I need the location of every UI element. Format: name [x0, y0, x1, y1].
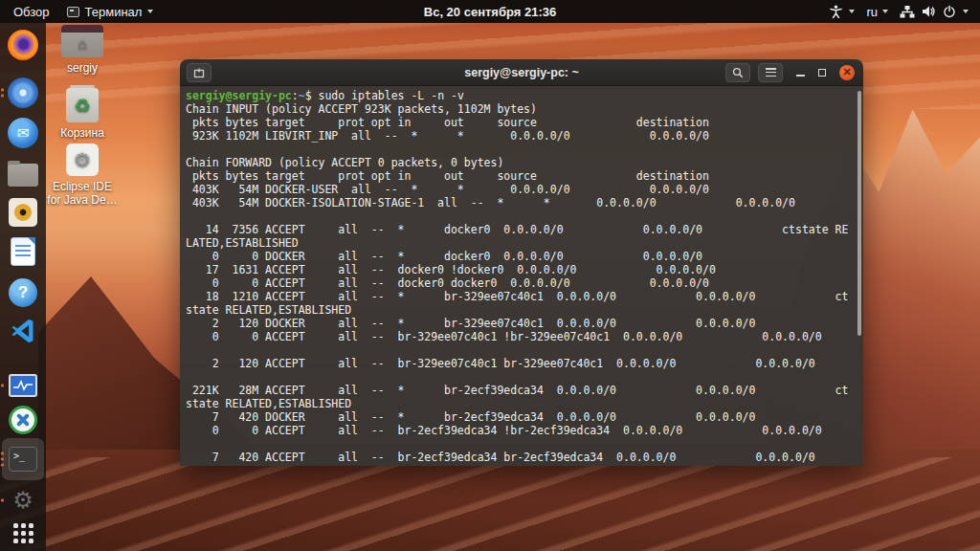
terminal-line — [186, 437, 856, 451]
gear-icon: ⚙ — [12, 489, 33, 512]
terminal-line: 923K 1102M LIBVIRT_INP all -- * * 0.0.0.… — [186, 129, 856, 143]
prompt-separator: : — [292, 89, 299, 102]
minimize-button[interactable] — [796, 75, 805, 77]
thunderbird-icon: ✉ — [8, 118, 38, 148]
remote-viewer-icon — [9, 406, 37, 434]
dock-item-terminal[interactable]: >_ — [7, 443, 39, 475]
show-applications-button[interactable] — [7, 517, 39, 549]
trash-icon: ♻ — [66, 88, 99, 122]
terminal-line: 221K 28M ACCEPT all -- * br-2ecf39edca34… — [186, 384, 856, 397]
terminal-content[interactable]: sergiy@sergiy-pc:~$ sudo iptables -L -n … — [180, 86, 863, 466]
terminal-line: 14 7356 ACCEPT all -- * docker0 0.0.0.0/… — [186, 223, 856, 236]
running-indicator — [1, 89, 4, 98]
desktop-icon-eclipse[interactable]: ⚙ Eclipse IDE for Java De… — [46, 143, 119, 207]
app-menu-label: Терминал — [85, 5, 143, 19]
terminal-line: state RELATED,ESTABLISHED — [186, 303, 856, 317]
terminal-line: Chain INPUT (policy ACCEPT 923K packets,… — [186, 102, 856, 116]
desktop-icon-trash[interactable]: ♻ Корзина — [46, 88, 119, 140]
dock-item-vscode[interactable] — [7, 315, 39, 347]
terminal-line: LATED,ESTABLISHED — [186, 236, 856, 250]
terminal-line: 0 0 ACCEPT all -- br-2ecf39edca34 !br-2e… — [186, 424, 856, 437]
terminal-line: 18 1210 ACCEPT all -- * br-329ee07c40c1 … — [186, 290, 856, 303]
dock-item-chromium[interactable] — [7, 77, 39, 109]
envelope-icon: ✉ — [17, 124, 30, 142]
close-button[interactable]: ✕ — [839, 65, 855, 80]
running-indicator — [1, 499, 4, 502]
terminal-line — [186, 209, 856, 223]
app-menu-button[interactable]: Терминал — [67, 5, 154, 19]
rhythmbox-icon — [9, 198, 37, 227]
activities-button[interactable]: Обзор — [10, 5, 54, 19]
search-icon — [732, 67, 744, 78]
close-icon: ✕ — [842, 67, 851, 77]
eclipse-label-2: for Java De… — [46, 193, 119, 207]
eclipse-label-1: Eclipse IDE — [46, 180, 119, 193]
accessibility-menu[interactable] — [830, 5, 855, 18]
terminal-window: sergiy@sergiy-pc: ~ ✕ sergiy@sergiy-pc:~… — [180, 59, 863, 466]
network-icon — [900, 5, 915, 18]
maximize-button[interactable] — [818, 69, 826, 77]
terminal-line: 0 0 DOCKER all -- * docker0 0.0.0.0/0 0.… — [186, 250, 856, 263]
new-tab-icon — [193, 67, 206, 78]
search-button[interactable] — [725, 63, 750, 82]
keyboard-layout-label: ru — [866, 5, 878, 19]
chromium-icon — [8, 77, 38, 108]
home-icon: ⌂ — [61, 36, 103, 51]
terminal-line — [186, 343, 856, 357]
terminal-icon: >_ — [9, 447, 37, 472]
terminal-line: pkts bytes target prot opt in out source… — [186, 116, 856, 129]
terminal-line: Chain FORWARD (policy ACCEPT 0 packets, … — [186, 156, 856, 169]
eclipse-icon: ⚙ — [66, 143, 99, 176]
terminal-line: 0 0 ACCEPT all -- docker0 docker0 0.0.0.… — [186, 276, 856, 290]
keyboard-layout-menu[interactable]: ru — [866, 5, 888, 19]
hamburger-icon — [766, 68, 776, 77]
prompt-user-host: sergiy@sergiy-pc — [186, 89, 292, 102]
terminal-line: 403K 54M DOCKER-ISOLATION-STAGE-1 all --… — [186, 196, 856, 209]
dock-item-firefox[interactable] — [7, 29, 39, 61]
system-menu[interactable] — [900, 5, 969, 18]
terminal-line: pkts bytes target prot opt in out source… — [186, 169, 856, 183]
terminal-line: 403K 54M DOCKER-USER all -- * * 0.0.0.0/… — [186, 183, 856, 196]
dock-item-system-monitor[interactable] — [7, 369, 39, 402]
terminal-scrollbar[interactable] — [858, 91, 861, 336]
terminal-line: 7 420 ACCEPT all -- br-2ecf39edca34 br-2… — [186, 451, 856, 464]
folder-icon — [8, 164, 38, 187]
dock-item-help[interactable]: ? — [7, 276, 39, 309]
recycle-icon: ♻ — [74, 95, 90, 117]
terminal-line — [186, 143, 856, 156]
help-icon: ? — [9, 278, 37, 307]
accessibility-icon — [830, 5, 842, 18]
dock-item-remote-viewer[interactable] — [7, 404, 39, 436]
terminal-line: 0 0 ACCEPT all -- br-329ee07c40c1 !br-32… — [186, 330, 856, 343]
power-icon — [943, 5, 956, 18]
prompt-command: $ sudo iptables -L -n -v — [305, 89, 464, 102]
apps-grid-icon — [13, 523, 33, 543]
new-tab-button[interactable] — [187, 63, 212, 82]
window-menu-button[interactable] — [758, 63, 783, 82]
dock-item-settings[interactable]: ⚙ — [7, 484, 39, 517]
volume-icon — [922, 5, 936, 18]
terminal-mini-icon — [67, 7, 79, 17]
trash-label: Корзина — [46, 126, 119, 140]
running-indicator — [1, 452, 4, 467]
dock: ✉ ? >_ ⚙ — [0, 23, 46, 551]
dock-item-libreoffice-writer[interactable] — [7, 235, 39, 268]
prompt-path: ~ — [299, 89, 305, 102]
top-bar: Обзор Терминал Вс, 20 сентября 21:36 ru — [0, 0, 980, 23]
snow-streaks — [0, 457, 980, 551]
terminal-line: 2 120 ACCEPT all -- br-329ee07c40c1 br-3… — [186, 357, 856, 370]
dock-item-thunderbird[interactable]: ✉ — [7, 117, 39, 149]
chevron-down-icon — [147, 10, 153, 13]
terminal-line — [186, 370, 856, 384]
dock-item-rhythmbox[interactable] — [7, 196, 39, 229]
running-indicator — [1, 385, 4, 387]
chevron-down-icon — [882, 10, 888, 13]
dock-item-files[interactable] — [7, 159, 39, 191]
writer-icon — [11, 237, 35, 266]
window-titlebar[interactable]: sergiy@sergiy-pc: ~ ✕ — [180, 59, 863, 86]
terminal-line: 17 1631 ACCEPT all -- docker0 !docker0 0… — [186, 263, 856, 276]
desktop-icon-home[interactable]: ⌂ sergiy — [46, 25, 119, 75]
home-folder-label: sergiy — [46, 61, 119, 75]
chevron-down-icon — [963, 10, 969, 13]
firefox-icon — [8, 30, 38, 60]
